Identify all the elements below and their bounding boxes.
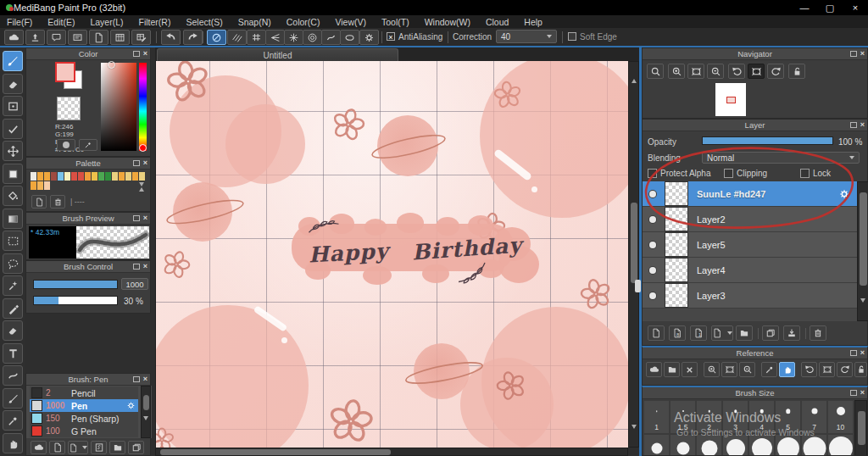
- brush-opacity-slider[interactable]: [33, 296, 118, 305]
- menu-edit[interactable]: Edit(E): [47, 17, 75, 27]
- reference-rotate-ccw-button[interactable]: [801, 362, 817, 377]
- menu-color[interactable]: Color(C): [287, 17, 320, 27]
- cloud-brush-button[interactable]: [31, 441, 47, 454]
- palette-swatch[interactable]: [71, 172, 77, 181]
- tool-brush[interactable]: [3, 51, 23, 71]
- tool-eyedropper[interactable]: [3, 410, 23, 431]
- navigator-thumbnail[interactable]: [715, 83, 746, 116]
- tool-eraser[interactable]: [3, 74, 23, 94]
- undo-button[interactable]: [161, 30, 181, 45]
- reference-fit-screen-button[interactable]: [721, 362, 737, 377]
- snap-vanishing-button[interactable]: [265, 30, 285, 45]
- brush-size-cell[interactable]: 10: [827, 400, 854, 434]
- snap-off-button[interactable]: [207, 30, 226, 45]
- color-wheel-button[interactable]: [57, 139, 75, 151]
- palette-swatch[interactable]: [64, 172, 70, 181]
- layer-visible-toggle[interactable]: [649, 242, 656, 248]
- close-icon[interactable]: ×: [143, 214, 147, 221]
- tool-select-eraser[interactable]: [3, 320, 23, 341]
- menu-help[interactable]: Help: [524, 17, 542, 27]
- palette-swatch[interactable]: [125, 172, 131, 181]
- navigator-zoom-button[interactable]: [647, 64, 664, 79]
- popout-icon[interactable]: [133, 264, 140, 270]
- minimize-button[interactable]: —: [792, 3, 817, 14]
- menu-snap[interactable]: Snap(N): [238, 17, 271, 27]
- publish-button[interactable]: [25, 30, 45, 45]
- panel-splitter-handle[interactable]: [635, 280, 641, 292]
- tool-select-move[interactable]: [3, 164, 23, 184]
- brush-list-scrollbar[interactable]: [141, 386, 151, 438]
- navigator-reset-rotation-button[interactable]: [748, 64, 765, 79]
- brush-row-pencil[interactable]: 2Pencil: [30, 386, 138, 399]
- add-layer-menu-button[interactable]: [711, 325, 733, 341]
- menu-filter[interactable]: Filter(R): [139, 17, 171, 27]
- navigator-fit-screen-button[interactable]: [687, 64, 704, 79]
- reference-zoom-in-button[interactable]: [704, 362, 720, 377]
- tool-select-lasso[interactable]: [3, 253, 23, 274]
- palette-swatch[interactable]: [78, 172, 84, 181]
- snap-radial-button[interactable]: [284, 30, 303, 45]
- reference-rotate-cw-button[interactable]: [837, 362, 853, 377]
- snap-concentric-button[interactable]: [303, 30, 322, 45]
- transfer-layer-button[interactable]: [783, 325, 800, 341]
- palette-swatch[interactable]: [31, 181, 36, 190]
- layer-row[interactable]: Layer4: [643, 258, 857, 283]
- palette-swatch[interactable]: [44, 172, 50, 181]
- brush-row-pen-sharp[interactable]: 150Pen (Sharp): [30, 412, 138, 425]
- tool-magic-wand[interactable]: [3, 275, 23, 296]
- layer-settings-icon[interactable]: [838, 188, 850, 200]
- reference-eyedropper-button[interactable]: [761, 362, 777, 377]
- material-button[interactable]: [131, 30, 151, 45]
- menu-window[interactable]: Window(W): [425, 17, 470, 27]
- add-layer-button[interactable]: [648, 325, 665, 341]
- navigator-rotate-ccw-button[interactable]: [728, 64, 745, 79]
- menu-cloud[interactable]: Cloud: [486, 17, 509, 27]
- palette-swatch[interactable]: [105, 172, 111, 181]
- transparent-color-swatch[interactable]: [57, 97, 81, 120]
- add-brush-button[interactable]: [49, 441, 65, 454]
- layer-row[interactable]: Layer5: [643, 232, 857, 258]
- reference-reset-rotation-button[interactable]: [819, 362, 835, 377]
- close-button[interactable]: ×: [843, 3, 868, 14]
- correction-dropdown[interactable]: 40: [496, 30, 557, 43]
- tool-gradient[interactable]: [3, 209, 23, 229]
- snap-parallel-button[interactable]: [227, 30, 247, 45]
- palette-swatch[interactable]: [119, 172, 125, 181]
- cloud-save-button[interactable]: [4, 30, 24, 45]
- maximize-button[interactable]: ▢: [817, 3, 843, 14]
- brush-size-scrollbar[interactable]: [854, 400, 867, 456]
- palette-swatch[interactable]: [92, 172, 97, 181]
- script-brush-button[interactable]: [91, 441, 107, 454]
- close-icon[interactable]: ×: [860, 50, 865, 57]
- tool-select-pen[interactable]: [3, 298, 23, 319]
- brush-row-pen[interactable]: 1000Pen: [30, 399, 138, 412]
- menu-layer[interactable]: Layer(L): [90, 17, 123, 27]
- reference-clear-button[interactable]: [682, 362, 698, 377]
- palette-swatch[interactable]: [37, 172, 43, 181]
- brush-size-cell[interactable]: 70: [827, 434, 854, 456]
- reference-folder-open-button[interactable]: [664, 362, 680, 377]
- add-1bit-layer-button[interactable]: 1: [690, 325, 707, 341]
- menu-tool[interactable]: Tool(T): [381, 17, 409, 27]
- reference-hand-button[interactable]: [779, 362, 795, 377]
- canvas-vertical-scrollbar[interactable]: [628, 61, 639, 448]
- popout-icon[interactable]: [133, 51, 140, 57]
- reference-zoom-out-button[interactable]: [739, 362, 755, 377]
- layer-folder-button[interactable]: [736, 325, 753, 341]
- popout-icon[interactable]: [850, 122, 857, 128]
- palette-swatch[interactable]: [112, 172, 118, 181]
- palette-swatch[interactable]: [51, 172, 57, 181]
- menu-select[interactable]: Select(S): [186, 17, 222, 27]
- menu-file[interactable]: File(F): [7, 17, 32, 27]
- reference-unlock-button[interactable]: [854, 362, 867, 377]
- layer-row[interactable]: Layer2: [643, 207, 857, 232]
- tool-ink-brush[interactable]: [3, 388, 23, 409]
- snap-ellipse-button[interactable]: [340, 30, 359, 45]
- tool-text[interactable]: [3, 343, 23, 364]
- close-icon[interactable]: ×: [860, 389, 865, 396]
- hue-bar[interactable]: [139, 63, 147, 151]
- popout-icon[interactable]: [850, 51, 857, 57]
- tool-polyline[interactable]: [3, 119, 23, 139]
- close-icon[interactable]: ×: [143, 50, 147, 57]
- navigator-zoom-out-button[interactable]: [707, 64, 724, 79]
